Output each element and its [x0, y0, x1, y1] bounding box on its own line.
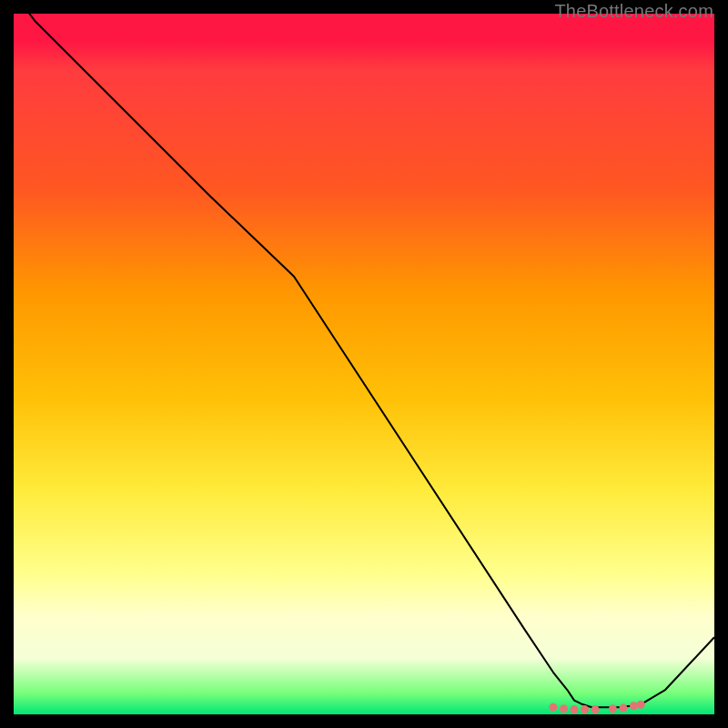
highlight-marker: [592, 705, 600, 713]
highlight-marker: [619, 704, 627, 713]
bottleneck-curve: [14, 0, 714, 707]
highlight-marker: [609, 704, 617, 713]
highlight-marker: [637, 701, 645, 709]
highlight-marker: [549, 703, 557, 712]
highlight-markers: [549, 701, 644, 713]
highlight-marker: [630, 702, 638, 710]
highlight-marker: [560, 704, 568, 713]
highlight-marker: [581, 705, 589, 713]
chart-overlay: [14, 14, 714, 714]
highlight-marker: [571, 705, 579, 713]
